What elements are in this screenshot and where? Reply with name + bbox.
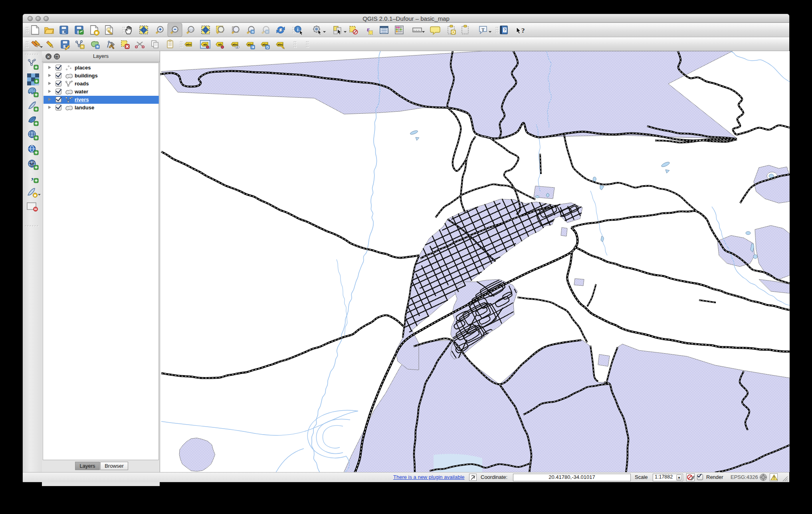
svg-text:✱: ✱ [95, 31, 98, 35]
svg-text:1:1: 1:1 [189, 28, 193, 31]
svg-text:✳: ✳ [81, 45, 84, 49]
svg-text:T: T [481, 27, 485, 32]
svg-text:?: ? [503, 28, 506, 32]
svg-text:◂: ◂ [252, 30, 253, 34]
svg-text:✱: ✱ [34, 194, 37, 198]
svg-text:abc: abc [186, 43, 192, 46]
svg-text:!: ! [773, 476, 774, 480]
svg-text:▸: ▸ [266, 30, 268, 34]
svg-text:?: ? [521, 27, 525, 34]
svg-text:,: , [31, 171, 34, 181]
svg-text:ab: ab [203, 43, 207, 46]
svg-text:ab: ab [218, 43, 222, 46]
